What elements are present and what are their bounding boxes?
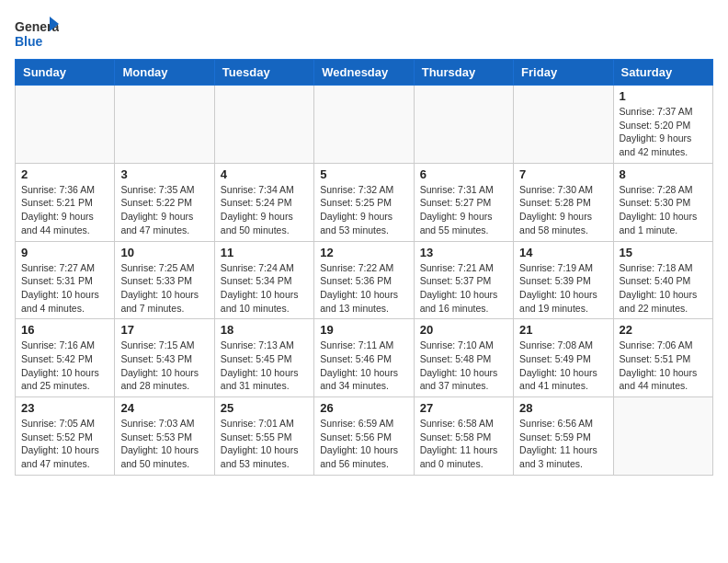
day-info: Sunrise: 7:22 AMSunset: 5:36 PMDaylight:… [320,261,407,316]
calendar-day-cell: 25Sunrise: 7:01 AMSunset: 5:55 PMDayligh… [214,397,313,476]
day-number: 4 [221,167,308,181]
day-info: Sunrise: 7:16 AMSunset: 5:42 PMDaylight:… [21,339,108,393]
calendar-day-cell: 12Sunrise: 7:22 AMSunset: 5:36 PMDayligh… [314,241,414,319]
calendar-week-row: 9Sunrise: 7:27 AMSunset: 5:31 PMDaylight… [16,241,713,319]
day-info: Sunrise: 7:06 AMSunset: 5:51 PMDaylight:… [620,339,707,393]
day-info: Sunrise: 7:36 AMSunset: 5:21 PMDaylight:… [21,183,108,237]
calendar-day-cell: 19Sunrise: 7:11 AMSunset: 5:46 PMDayligh… [314,319,414,397]
calendar-day-cell [314,86,414,164]
calendar-day-cell: 23Sunrise: 7:05 AMSunset: 5:52 PMDayligh… [16,397,115,476]
day-number: 21 [519,323,607,337]
day-number: 9 [21,246,108,259]
calendar-day-cell: 10Sunrise: 7:25 AMSunset: 5:33 PMDayligh… [115,241,214,319]
calendar-week-row: 1Sunrise: 7:37 AMSunset: 5:20 PMDaylight… [16,86,713,164]
day-number: 10 [120,246,208,259]
day-info: Sunrise: 7:10 AMSunset: 5:48 PMDaylight:… [420,339,507,393]
day-number: 27 [420,401,507,415]
calendar-table: SundayMondayTuesdayWednesdayThursdayFrid… [15,59,713,476]
day-number: 17 [120,323,208,337]
calendar-day-cell [514,86,613,164]
logo: General Blue [15,15,63,52]
day-number: 3 [120,167,208,181]
day-number: 5 [320,167,407,181]
calendar-day-cell: 26Sunrise: 6:59 AMSunset: 5:56 PMDayligh… [314,397,414,476]
day-number: 26 [320,401,407,415]
calendar-day-cell: 27Sunrise: 6:58 AMSunset: 5:58 PMDayligh… [414,397,513,476]
weekday-header: Sunday [16,60,115,86]
logo-icon: General Blue [15,15,59,52]
calendar-day-cell: 15Sunrise: 7:18 AMSunset: 5:40 PMDayligh… [613,241,712,319]
weekday-header: Wednesday [314,60,414,86]
day-number: 8 [620,167,707,181]
day-number: 14 [519,246,607,259]
day-info: Sunrise: 7:32 AMSunset: 5:25 PMDaylight:… [320,183,407,237]
calendar-day-cell: 11Sunrise: 7:24 AMSunset: 5:34 PMDayligh… [214,241,313,319]
day-info: Sunrise: 7:25 AMSunset: 5:33 PMDaylight:… [120,261,208,316]
svg-text:Blue: Blue [15,34,43,49]
day-info: Sunrise: 7:21 AMSunset: 5:37 PMDaylight:… [420,261,507,316]
weekday-header: Tuesday [214,60,313,86]
calendar-day-cell: 5Sunrise: 7:32 AMSunset: 5:25 PMDaylight… [314,163,414,241]
day-number: 15 [620,246,707,259]
day-number: 24 [120,401,208,415]
day-info: Sunrise: 7:35 AMSunset: 5:22 PMDaylight:… [120,183,208,237]
day-number: 25 [221,401,308,415]
calendar-week-row: 2Sunrise: 7:36 AMSunset: 5:21 PMDaylight… [16,163,713,241]
day-info: Sunrise: 7:34 AMSunset: 5:24 PMDaylight:… [221,183,308,237]
calendar-day-cell [214,86,313,164]
day-info: Sunrise: 7:03 AMSunset: 5:53 PMDaylight:… [120,417,208,471]
calendar-day-cell: 24Sunrise: 7:03 AMSunset: 5:53 PMDayligh… [115,397,214,476]
day-info: Sunrise: 7:11 AMSunset: 5:46 PMDaylight:… [320,339,407,393]
calendar-day-cell: 20Sunrise: 7:10 AMSunset: 5:48 PMDayligh… [414,319,513,397]
day-number: 12 [320,246,407,259]
day-info: Sunrise: 7:30 AMSunset: 5:28 PMDaylight:… [519,183,607,237]
calendar-day-cell: 8Sunrise: 7:28 AMSunset: 5:30 PMDaylight… [613,163,712,241]
weekday-header: Saturday [613,60,712,86]
calendar-day-cell [115,86,214,164]
day-info: Sunrise: 7:28 AMSunset: 5:30 PMDaylight:… [620,183,707,237]
calendar-day-cell [414,86,513,164]
day-number: 20 [420,323,507,337]
calendar-day-cell: 4Sunrise: 7:34 AMSunset: 5:24 PMDaylight… [214,163,313,241]
calendar-week-row: 23Sunrise: 7:05 AMSunset: 5:52 PMDayligh… [16,397,713,476]
day-info: Sunrise: 7:13 AMSunset: 5:45 PMDaylight:… [221,339,308,393]
day-number: 11 [221,246,308,259]
calendar-week-row: 16Sunrise: 7:16 AMSunset: 5:42 PMDayligh… [16,319,713,397]
weekday-header: Monday [115,60,214,86]
calendar-day-cell: 6Sunrise: 7:31 AMSunset: 5:27 PMDaylight… [414,163,513,241]
calendar-day-cell: 1Sunrise: 7:37 AMSunset: 5:20 PMDaylight… [613,86,712,164]
calendar-day-cell: 7Sunrise: 7:30 AMSunset: 5:28 PMDaylight… [514,163,613,241]
calendar-day-cell: 13Sunrise: 7:21 AMSunset: 5:37 PMDayligh… [414,241,513,319]
day-info: Sunrise: 7:19 AMSunset: 5:39 PMDaylight:… [519,261,607,316]
calendar-day-cell: 21Sunrise: 7:08 AMSunset: 5:49 PMDayligh… [514,319,613,397]
day-number: 28 [519,401,607,415]
calendar-day-cell: 2Sunrise: 7:36 AMSunset: 5:21 PMDaylight… [16,163,115,241]
day-info: Sunrise: 6:58 AMSunset: 5:58 PMDaylight:… [420,417,507,471]
calendar-header-row: SundayMondayTuesdayWednesdayThursdayFrid… [16,60,713,86]
day-number: 7 [519,167,607,181]
day-number: 6 [420,167,507,181]
day-number: 18 [221,323,308,337]
day-info: Sunrise: 7:05 AMSunset: 5:52 PMDaylight:… [21,417,108,471]
calendar-day-cell: 3Sunrise: 7:35 AMSunset: 5:22 PMDaylight… [115,163,214,241]
day-number: 23 [21,401,108,415]
day-info: Sunrise: 7:18 AMSunset: 5:40 PMDaylight:… [620,261,707,316]
calendar-day-cell: 14Sunrise: 7:19 AMSunset: 5:39 PMDayligh… [514,241,613,319]
day-number: 22 [620,323,707,337]
day-info: Sunrise: 7:01 AMSunset: 5:55 PMDaylight:… [221,417,308,471]
weekday-header: Friday [514,60,613,86]
day-info: Sunrise: 7:37 AMSunset: 5:20 PMDaylight:… [620,105,707,159]
page-header: General Blue [15,15,713,52]
day-info: Sunrise: 6:59 AMSunset: 5:56 PMDaylight:… [320,417,407,471]
calendar-day-cell: 18Sunrise: 7:13 AMSunset: 5:45 PMDayligh… [214,319,313,397]
day-info: Sunrise: 7:08 AMSunset: 5:49 PMDaylight:… [519,339,607,393]
day-number: 2 [21,167,108,181]
day-number: 1 [620,89,707,103]
day-number: 16 [21,323,108,337]
weekday-header: Thursday [414,60,513,86]
day-info: Sunrise: 7:15 AMSunset: 5:43 PMDaylight:… [120,339,208,393]
calendar-day-cell: 16Sunrise: 7:16 AMSunset: 5:42 PMDayligh… [16,319,115,397]
calendar-day-cell: 17Sunrise: 7:15 AMSunset: 5:43 PMDayligh… [115,319,214,397]
calendar-day-cell: 28Sunrise: 6:56 AMSunset: 5:59 PMDayligh… [514,397,613,476]
calendar-day-cell: 22Sunrise: 7:06 AMSunset: 5:51 PMDayligh… [613,319,712,397]
